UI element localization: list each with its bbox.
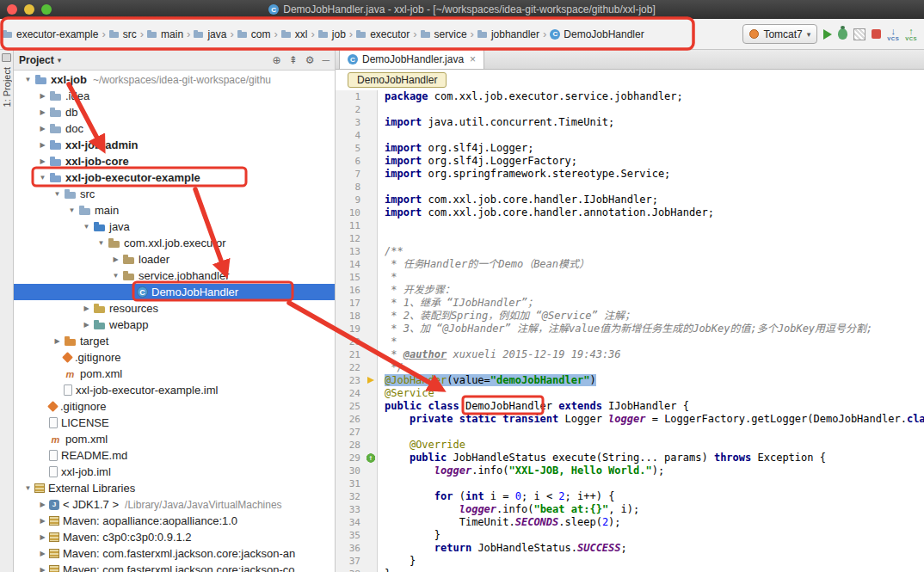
tree-row[interactable]: ▼src <box>14 186 335 202</box>
code-line[interactable]: 21 * @author xuxueli 2015-12-19 19:43:36 <box>336 348 924 361</box>
collapsed-arrow-icon[interactable]: ▶ <box>37 550 48 557</box>
expanded-arrow-icon[interactable]: ▼ <box>52 190 63 198</box>
tree-row[interactable]: ▶.idea <box>14 88 335 104</box>
tree-row[interactable]: ▶target <box>14 333 335 349</box>
tree-row[interactable]: ▶resources <box>14 300 335 317</box>
tree-row[interactable]: ▼xxl-job~/workspaces/idea-git-workspace/… <box>14 71 335 88</box>
code-line[interactable]: 12 <box>336 232 924 245</box>
collapsed-arrow-icon[interactable]: ▶ <box>37 566 48 572</box>
close-window-button[interactable] <box>7 4 17 15</box>
code-line[interactable]: 28 @Override <box>336 439 924 452</box>
expanded-arrow-icon[interactable]: ▼ <box>66 206 77 214</box>
minimize-window-button[interactable] <box>24 4 34 15</box>
tree-row[interactable]: ▶Maven: c3p0:c3p0:0.9.1.2 <box>14 529 335 545</box>
tree-row[interactable]: ▼xxl-job-executor-example <box>14 169 335 186</box>
code-line[interactable]: 22 */ <box>336 361 924 374</box>
code-line[interactable]: 16 * 开发步骤： <box>336 284 924 297</box>
code-line[interactable]: 11 <box>336 219 924 232</box>
tree-row[interactable]: .gitignore <box>14 349 335 366</box>
vcs-update-button[interactable]: ↓ VCS <box>887 27 899 41</box>
code-line[interactable]: 6import org.slf4j.LoggerFactory; <box>336 155 924 168</box>
code-lines[interactable]: 1package com.xxl.job.executor.service.jo… <box>336 90 924 572</box>
expanded-arrow-icon[interactable]: ▼ <box>22 76 34 83</box>
expanded-arrow-icon[interactable]: ▼ <box>22 484 34 492</box>
code-line[interactable]: 5import org.slf4j.Logger; <box>336 142 924 155</box>
override-marker-icon[interactable]: ↑ <box>365 452 378 464</box>
close-icon[interactable]: × <box>470 53 476 65</box>
zoom-window-button[interactable] <box>41 4 52 15</box>
breadcrumb-item[interactable]: CDemoJobHandler <box>547 27 646 42</box>
code-line[interactable]: 27 <box>336 426 924 439</box>
code-line[interactable]: 37 } <box>336 555 924 568</box>
code-line[interactable]: 7import org.springframework.stereotype.S… <box>336 168 924 181</box>
code-line[interactable]: 20 * <box>336 335 924 348</box>
collapsed-arrow-icon[interactable]: ▶ <box>110 255 121 263</box>
tree-row[interactable]: mpom.xml <box>14 431 335 447</box>
tree-row[interactable]: xxl-job.iml <box>14 464 335 480</box>
collapsed-arrow-icon[interactable]: ▶ <box>81 304 92 312</box>
tree-row[interactable]: LICENSE <box>14 415 335 431</box>
code-line[interactable]: 29↑ public JobHandleStatus execute(Strin… <box>336 452 924 464</box>
code-line[interactable]: 15 * <box>336 271 924 284</box>
collapsed-arrow-icon[interactable]: ▶ <box>37 92 48 100</box>
breadcrumb-item[interactable]: service <box>418 27 470 42</box>
code-line[interactable]: 19 * 3、加 “@JobHander” 注解，注解value值为新增任务生成… <box>336 323 924 335</box>
code-line[interactable]: 36 return JobHandleStatus.SUCCESS; <box>336 542 924 555</box>
expanded-arrow-icon[interactable]: ▼ <box>95 239 107 247</box>
collapsed-arrow-icon[interactable]: ▶ <box>52 337 63 345</box>
tree-row[interactable]: ▼com.xxl.job.executor <box>14 235 335 251</box>
tab-demojobhandler[interactable]: C DemoJobHandler.java × <box>339 50 484 69</box>
tree-row[interactable]: ▶xxl-job-admin <box>14 137 335 153</box>
tree-row[interactable]: ▼External Libraries <box>14 480 335 496</box>
code-line[interactable]: 31 <box>336 477 924 490</box>
code-line[interactable]: 18 * 2、装配到Spring，例如加 “@Service” 注解； <box>336 310 924 323</box>
collapsed-arrow-icon[interactable]: ▶ <box>37 141 48 149</box>
code-line[interactable]: 24@Service <box>336 387 924 400</box>
expanded-arrow-icon[interactable]: ▼ <box>37 174 48 181</box>
code-line[interactable]: 34 TimeUnit.SECONDS.sleep(2); <box>336 516 924 529</box>
tree-row[interactable]: ▶J< JDK1.7 >/Library/Java/JavaVirtualMac… <box>14 496 335 513</box>
code-line[interactable]: 23@JobHander(value="demoJobHandler") <box>336 374 924 387</box>
code-line[interactable]: 30 logger.info("XXL-JOB, Hello World."); <box>336 464 924 477</box>
code-line[interactable]: 35 } <box>336 529 924 542</box>
breadcrumb-item[interactable]: java <box>191 27 229 42</box>
code-line[interactable]: 8 <box>336 181 924 194</box>
expanded-arrow-icon[interactable]: ▼ <box>110 272 121 280</box>
code-line[interactable]: 2 <box>336 103 924 116</box>
code-line[interactable]: 25public class DemoJobHandler extends IJ… <box>336 400 924 413</box>
editor-breadcrumb-class[interactable]: DemoJobHandler <box>348 72 447 88</box>
collapsed-arrow-icon[interactable]: ▶ <box>37 108 48 116</box>
breadcrumb-item[interactable]: com <box>235 27 274 42</box>
collapsed-arrow-icon[interactable]: ▶ <box>37 533 48 541</box>
code-line[interactable]: 10import com.xxl.job.core.handler.annota… <box>336 206 924 219</box>
project-view-select[interactable]: Project ▾ <box>19 54 61 66</box>
stop-button[interactable] <box>872 29 881 39</box>
collapsed-arrow-icon[interactable]: ▶ <box>81 321 92 329</box>
tree-row[interactable]: ▶loader <box>14 251 335 268</box>
code-line[interactable]: 38} <box>336 568 924 572</box>
tree-row[interactable]: .gitignore <box>14 398 335 415</box>
hide-panel-icon[interactable]: ─ <box>322 54 330 66</box>
code-line[interactable]: 1package com.xxl.job.executor.service.jo… <box>336 90 924 103</box>
code-line[interactable]: 9import com.xxl.job.core.handler.IJobHan… <box>336 194 924 206</box>
collapsed-arrow-icon[interactable]: ▶ <box>37 501 48 508</box>
debug-button[interactable] <box>838 28 847 40</box>
tree-row[interactable]: mpom.xml <box>14 366 335 382</box>
vcs-commit-button[interactable]: ↑ VCS <box>905 27 917 41</box>
code-line[interactable]: 4 <box>336 129 924 142</box>
tree-row[interactable]: ▶db <box>14 104 335 120</box>
code-line[interactable]: 14 * 任务Handler的一个Demo（Bean模式） <box>336 258 924 271</box>
tree-row[interactable]: ▶doc <box>14 120 335 137</box>
locate-file-icon[interactable]: ⊕ <box>273 54 281 66</box>
run-button[interactable] <box>823 29 832 40</box>
code-line[interactable]: 17 * 1、继承 “IJobHandler”； <box>336 297 924 310</box>
breadcrumb-item[interactable]: jobhandler <box>475 27 542 42</box>
tree-row[interactable]: ▶webapp <box>14 317 335 333</box>
breadcrumb-item[interactable]: job <box>316 27 348 42</box>
collapsed-arrow-icon[interactable]: ▶ <box>37 517 48 525</box>
project-tool-tab[interactable]: 1: Project <box>2 67 12 107</box>
code-line[interactable]: 26 private static transient Logger logge… <box>336 413 924 426</box>
collapsed-arrow-icon[interactable]: ▶ <box>37 157 48 165</box>
tree-row[interactable]: ▶Maven: com.fasterxml.jackson.core:jacks… <box>14 562 335 572</box>
breadcrumb-item[interactable]: executor <box>354 27 412 42</box>
